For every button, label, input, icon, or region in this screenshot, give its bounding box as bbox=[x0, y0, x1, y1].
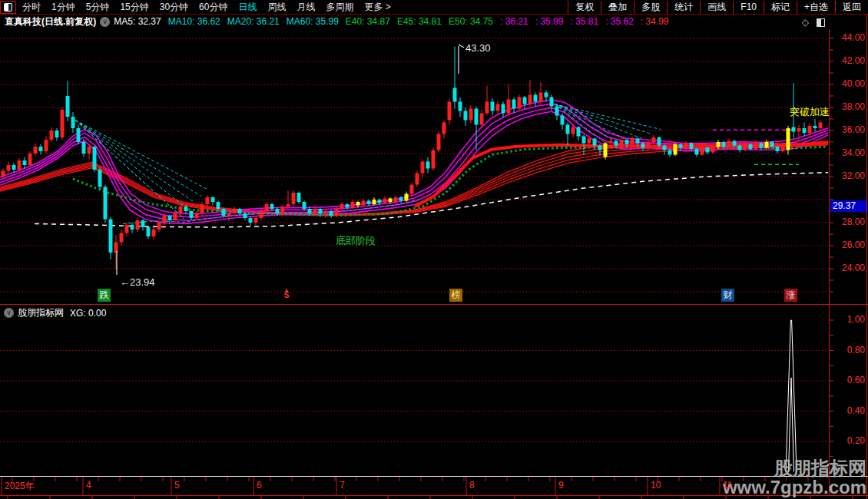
price-axis-label-42.00: 42.00 bbox=[831, 55, 865, 66]
svg-text:底部阶段: 底部阶段 bbox=[336, 235, 376, 246]
svg-text:突破加速: 突破加速 bbox=[790, 106, 830, 117]
price-axis-label-24.00: 24.00 bbox=[831, 263, 865, 273]
chart-marker-财: 财 bbox=[721, 289, 734, 302]
date-axis-label-11: 11 bbox=[723, 480, 732, 491]
date-axis-label-10: 10 bbox=[651, 480, 661, 491]
date-axis-label-7: 7 bbox=[340, 480, 345, 491]
svg-text:←23.94: ←23.94 bbox=[120, 276, 155, 288]
price-axis-label-26.00: 26.00 bbox=[831, 240, 865, 250]
indicator-axis-label-1.00: 1.00 bbox=[831, 314, 865, 325]
date-axis-label-6: 6 bbox=[257, 480, 262, 491]
chevron-down-icon[interactable]: ∨ bbox=[4, 308, 14, 318]
indicator-axis-label-0.20: 0.20 bbox=[831, 435, 865, 446]
price-axis-label-44.00: 44.00 bbox=[831, 32, 865, 43]
price-axis-label-28.00: 28.00 bbox=[831, 216, 865, 227]
chart-marker-跌: 跌 bbox=[98, 289, 111, 302]
trading-app-window: 分时1分钟5分钟15分钟30分钟60分钟日线周线月线多周期更多 > 复权叠加多股… bbox=[0, 0, 868, 499]
signal-s-marker: ▲S bbox=[281, 287, 292, 298]
indicator-name: 股朋指标网 bbox=[18, 306, 64, 319]
price-axis-label-34.00: 34.00 bbox=[831, 147, 865, 158]
date-axis-label-4: 4 bbox=[86, 480, 91, 491]
current-price-tag: 29.37 bbox=[830, 200, 866, 212]
svg-text:43.30: 43.30 bbox=[465, 42, 491, 54]
price-axis-label-40.00: 40.00 bbox=[831, 78, 865, 89]
chart-marker-榜: 榜 bbox=[449, 289, 462, 302]
watermark-site-url: www.7gpzb.com bbox=[723, 477, 866, 498]
chart-marker-涨: 涨 bbox=[784, 289, 797, 302]
price-axis-label-32.00: 32.00 bbox=[831, 170, 865, 181]
date-axis-label-2025年: 2025年 bbox=[5, 480, 35, 493]
main-chart-canvas[interactable]: 43.30←23.94底部阶段突破加速 bbox=[0, 0, 868, 499]
indicator-axis-label-0.80: 0.80 bbox=[831, 345, 865, 355]
indicator-axis-label-0.40: 0.40 bbox=[831, 405, 865, 416]
price-axis-label-36.00: 36.00 bbox=[831, 124, 865, 135]
date-axis-label-5: 5 bbox=[174, 480, 180, 491]
indicator-header: ∨ 股朋指标网 XG: 0.00 bbox=[0, 306, 106, 319]
indicator-value: XG: 0.00 bbox=[70, 308, 106, 319]
price-axis-label-38.00: 38.00 bbox=[831, 101, 865, 112]
signal-letter: S bbox=[284, 291, 290, 299]
indicator-axis-label-0.60: 0.60 bbox=[831, 375, 865, 385]
date-axis-label-9: 9 bbox=[558, 480, 564, 491]
date-axis-label-8: 8 bbox=[469, 480, 475, 491]
